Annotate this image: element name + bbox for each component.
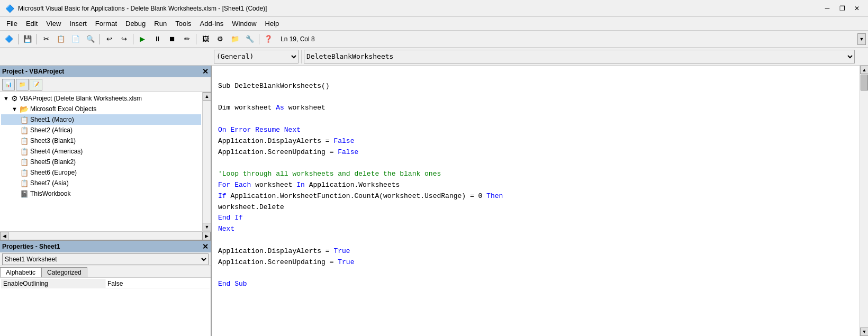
toolbar-cut-btn[interactable]: ✂ — [39, 32, 53, 46]
tree-sheet7[interactable]: 📋 Sheet7 (Asia) — [1, 178, 201, 188]
props-content: EnableOutlining False — [0, 278, 211, 336]
procedure-combo[interactable]: DeleteBlankWorksheets — [304, 50, 855, 63]
toolbar-props-btn[interactable]: ⚙ — [213, 32, 227, 46]
code-editor[interactable]: Sub DeleteBlankWorksheets() Dim workshee… — [212, 66, 860, 336]
tree-sheet5[interactable]: 📋 Sheet5 (Blank2) — [1, 157, 201, 167]
toolbar-sep-5 — [196, 34, 196, 44]
tree-area: ▼ ⚙ VBAProject (Delete Blank Worksheets.… — [0, 92, 202, 231]
props-tabs: Alphabetic Categorized — [0, 266, 211, 278]
app-icon: 🔷 — [4, 3, 15, 14]
toolbar-sep-6 — [259, 34, 259, 44]
toolbar-project-btn[interactable]: 📁 — [228, 32, 242, 46]
status-text: Ln 19, Col 8 — [276, 35, 319, 43]
menu-help[interactable]: Help — [261, 18, 284, 30]
view-object-btn[interactable]: 📊 — [2, 79, 15, 90]
combo-left: (General) — [0, 50, 302, 63]
toolbar-sep-3 — [100, 34, 100, 44]
properties-panel: Properties - Sheet1 ✕ Sheet1 Worksheet A… — [0, 241, 211, 336]
toolbar-btn2[interactable]: 🔧 — [243, 32, 257, 46]
tree-vbaproject[interactable]: ▼ ⚙ VBAProject (Delete Blank Worksheets.… — [1, 93, 201, 104]
tree-sheet1[interactable]: 📋 Sheet1 (Macro) — [1, 114, 201, 125]
props-key-enabling: EnableOutlining — [1, 279, 105, 288]
toolbar-sep-4 — [133, 34, 133, 44]
toolbar: 🔷 💾 ✂ 📋 📄 🔍 ↩ ↪ ▶ ⏸ ⏹ ✏ 🖼 ⚙ 📁 🔧 ❓ Ln 19,… — [0, 31, 868, 48]
tree-sheet2[interactable]: 📋 Sheet2 (Africa) — [1, 125, 201, 135]
toolbar-save-btn[interactable]: 💾 — [21, 32, 34, 46]
editor-area: Sub DeleteBlankWorksheets() Dim workshee… — [212, 66, 868, 336]
left-panel: Project - VBAProject ✕ 📊 📁 📝 ▼ ⚙ VBAProj… — [0, 66, 212, 336]
tree-vert-scrollbar[interactable]: ▲ ▼ — [202, 92, 211, 231]
tree-scroll-down[interactable]: ▼ — [203, 223, 211, 231]
props-panel-title: Properties - Sheet1 — [2, 243, 60, 250]
toolbar-undo-btn[interactable]: ↩ — [102, 32, 116, 46]
toggle-folders-btn[interactable]: 📁 — [16, 79, 29, 90]
toolbar-stop-btn[interactable]: ⏹ — [165, 32, 179, 46]
menu-debug[interactable]: Debug — [121, 18, 150, 30]
menu-addins[interactable]: Add-Ins — [196, 18, 228, 30]
close-button[interactable]: ✕ — [850, 3, 864, 14]
tree-scroll-left[interactable]: ◀ — [0, 232, 8, 240]
menu-window[interactable]: Window — [228, 18, 260, 30]
props-tab-categorized[interactable]: Categorized — [41, 267, 87, 277]
general-combo[interactable]: (General) — [214, 50, 299, 63]
props-tab-alphabetic[interactable]: Alphabetic — [0, 267, 41, 277]
toolbar-sep-2 — [37, 34, 37, 44]
tree-sheet3[interactable]: 📋 Sheet3 (Blank1) — [1, 135, 201, 146]
menu-view[interactable]: View — [42, 18, 65, 30]
tree-excel-objects[interactable]: ▼ 📂 Microsoft Excel Objects — [1, 104, 201, 114]
editor-vert-scrollbar[interactable]: ▲ ▼ — [860, 66, 868, 336]
toolbar-sep-1 — [18, 34, 19, 44]
menu-bar: File Edit View Insert Format Debug Run T… — [0, 17, 868, 31]
toolbar-copy-btn[interactable]: 📋 — [54, 32, 68, 46]
menu-edit[interactable]: Edit — [22, 18, 42, 30]
project-panel: Project - VBAProject ✕ 📊 📁 📝 ▼ ⚙ VBAProj… — [0, 66, 211, 241]
toolbar-userform-btn[interactable]: 🖼 — [198, 32, 212, 46]
view-code-btn[interactable]: 📝 — [30, 79, 42, 90]
props-dropdown-row: Sheet1 Worksheet — [0, 252, 211, 266]
editor-wrapper: Sub DeleteBlankWorksheets() Dim workshee… — [212, 66, 868, 336]
tree-scroll-right[interactable]: ▶ — [202, 232, 211, 240]
toolbar-paste-btn[interactable]: 📄 — [69, 32, 83, 46]
title-bar: 🔷 Microsoft Visual Basic for Application… — [0, 0, 868, 17]
combo-bar: (General) DeleteBlankWorksheets — [0, 48, 868, 66]
minimize-button[interactable]: ─ — [820, 3, 834, 14]
menu-format[interactable]: Format — [91, 18, 121, 30]
tree-sheet6[interactable]: 📋 Sheet6 (Europe) — [1, 167, 201, 178]
tree-sheet4[interactable]: 📋 Sheet4 (Americas) — [1, 146, 201, 157]
combo-right: DeleteBlankWorksheets — [302, 50, 868, 63]
menu-run[interactable]: Run — [150, 18, 171, 30]
toolbar-find-btn[interactable]: 🔍 — [84, 32, 97, 46]
menu-insert[interactable]: Insert — [65, 18, 91, 30]
props-val-enabling: False — [105, 279, 210, 288]
toolbar-help-btn[interactable]: ❓ — [261, 32, 275, 46]
toolbar-excel-icon[interactable]: 🔷 — [2, 32, 16, 46]
project-panel-toolbar: 📊 📁 📝 — [0, 77, 211, 92]
props-row-enabling: EnableOutlining False — [1, 279, 210, 288]
tree-thisworkbook[interactable]: 📓 ThisWorkbook — [1, 188, 201, 199]
editor-scroll-down[interactable]: ▼ — [860, 328, 868, 336]
title-bar-text: Microsoft Visual Basic for Applications … — [18, 5, 820, 12]
restore-button[interactable]: ❐ — [835, 3, 849, 14]
toolbar-scrollbar-btn[interactable]: ▼ — [857, 33, 866, 45]
props-object-dropdown[interactable]: Sheet1 Worksheet — [2, 253, 209, 265]
toolbar-design-btn[interactable]: ✏ — [180, 32, 194, 46]
tree-horiz-track — [8, 232, 202, 240]
toolbar-run-btn[interactable]: ▶ — [135, 32, 149, 46]
editor-scroll-track — [860, 91, 868, 328]
editor-scroll-thumb[interactable] — [861, 75, 868, 90]
project-panel-close[interactable]: ✕ — [202, 67, 209, 76]
editor-scroll-up[interactable]: ▲ — [860, 66, 868, 74]
tree-horiz-scrollbar: ◀ ▶ — [0, 231, 211, 240]
menu-file[interactable]: File — [2, 18, 22, 30]
props-panel-header: Properties - Sheet1 ✕ — [0, 241, 211, 252]
tree-scroll-track — [203, 101, 211, 223]
props-panel-close[interactable]: ✕ — [202, 242, 209, 251]
toolbar-redo-btn[interactable]: ↪ — [117, 32, 131, 46]
tree-scroll-up[interactable]: ▲ — [203, 92, 211, 101]
project-panel-title: Project - VBAProject — [2, 68, 64, 75]
menu-tools[interactable]: Tools — [171, 18, 195, 30]
project-panel-header: Project - VBAProject ✕ — [0, 66, 211, 77]
toolbar-pause-btn[interactable]: ⏸ — [150, 32, 164, 46]
